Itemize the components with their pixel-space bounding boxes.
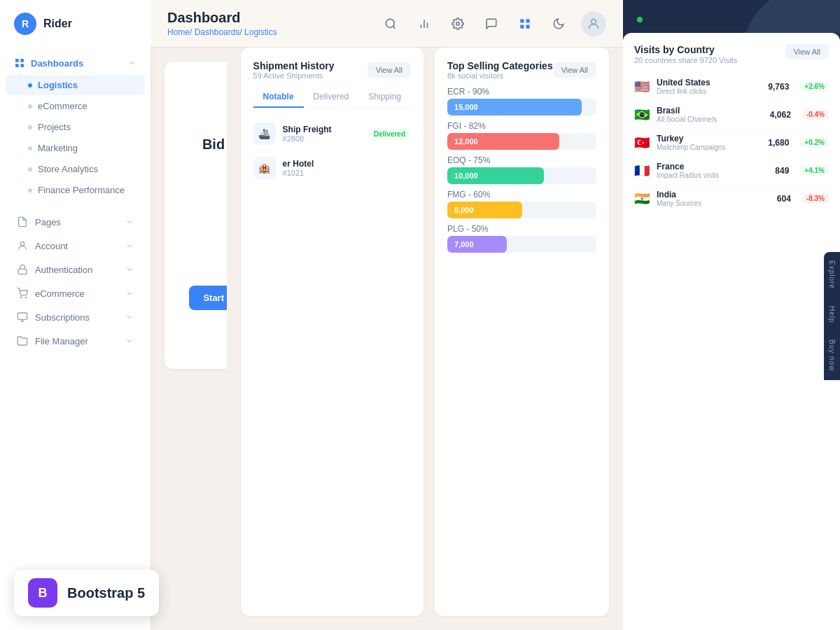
sidebar-item-marketing[interactable]: Marketing bbox=[6, 138, 145, 158]
country-info: Turkey Mailchimp Campaigns bbox=[657, 134, 761, 151]
header: Dashboard Home/ Dashboards/ Logistics bbox=[150, 0, 623, 48]
country-list: 🇺🇸 United States Direct link clicks 9,76… bbox=[634, 73, 829, 213]
shipment-name-2: er Hotel bbox=[283, 159, 314, 169]
right-panel-header bbox=[623, 0, 840, 33]
promo-illustration bbox=[206, 167, 227, 272]
tab-delivered[interactable]: Delivered bbox=[304, 87, 359, 108]
user-avatar[interactable] bbox=[581, 11, 606, 36]
country-value: 604 bbox=[777, 194, 791, 204]
category-row: ECR - 90% 15,000 bbox=[447, 87, 596, 115]
categories-header: Top Selling Categories 8k social visitor… bbox=[447, 60, 596, 80]
country-value: 9,763 bbox=[768, 82, 789, 92]
chevron-down-icon bbox=[125, 218, 134, 226]
sidebar-dashboards-section: Dashboards Logistics eCommerce Projects … bbox=[0, 48, 150, 205]
tab-shipping[interactable]: Shipping bbox=[358, 87, 411, 108]
dashboards-group[interactable]: Dashboards bbox=[0, 52, 150, 74]
country-name: United States bbox=[657, 78, 761, 88]
visits-title: Visits by Country bbox=[634, 44, 737, 55]
bar-container: 10,000 bbox=[447, 167, 596, 184]
visits-subtitle: 20 countries share 9720 Visits bbox=[634, 56, 737, 64]
sidebar-account[interactable]: Account bbox=[3, 234, 148, 257]
grid-icon-btn[interactable] bbox=[514, 13, 536, 35]
pages-icon bbox=[17, 216, 28, 227]
page-title: Dashboard bbox=[167, 10, 277, 26]
sidebar-logo[interactable]: R Rider bbox=[0, 0, 150, 48]
country-info: France Impact Radius visits bbox=[657, 162, 768, 179]
promo-buttons: Start Now Quick Guide bbox=[189, 286, 226, 310]
start-now-button[interactable]: Start Now bbox=[189, 286, 226, 310]
sidebar-item-logistics[interactable]: Logistics bbox=[6, 75, 145, 95]
svg-rect-19 bbox=[526, 24, 530, 28]
sidebar-item-ecommerce[interactable]: eCommerce bbox=[6, 96, 145, 116]
country-source: Impact Radius visits bbox=[657, 172, 768, 179]
country-change: -0.4% bbox=[802, 109, 829, 120]
sidebar-pages[interactable]: Pages bbox=[3, 211, 148, 233]
visits-view-all[interactable]: View All bbox=[785, 44, 829, 59]
country-source: Many Sources bbox=[657, 200, 770, 207]
chevron-down-icon5 bbox=[125, 313, 134, 321]
sidebar-pages-section: Pages Account Authentication eCommerce bbox=[0, 205, 150, 358]
country-flag: 🇮🇳 bbox=[634, 191, 650, 206]
breadcrumb: Home/ Dashboards/ Logistics bbox=[167, 27, 277, 37]
category-bars: ECR - 90% 15,000 FGI - 82% 12,000 EOQ - … bbox=[447, 87, 596, 253]
sidebar-subscriptions[interactable]: Subscriptions bbox=[3, 306, 148, 328]
settings-icon-btn[interactable] bbox=[447, 13, 469, 35]
bar-fill: 7,000 bbox=[447, 236, 507, 253]
svg-point-6 bbox=[20, 297, 21, 298]
sidebar-item-projects[interactable]: Projects bbox=[6, 117, 145, 137]
chart-icon-btn[interactable] bbox=[413, 13, 435, 35]
bar-value: 15,000 bbox=[454, 103, 478, 111]
bootstrap-badge: B Bootstrap 5 bbox=[14, 570, 159, 616]
side-tabs: Explore Help Buy now bbox=[824, 252, 840, 380]
category-row: EOQ - 75% 10,000 bbox=[447, 155, 596, 184]
bar-container: 7,000 bbox=[447, 236, 596, 253]
shipment-tabs: Notable Delivered Shipping bbox=[253, 87, 411, 108]
country-info: United States Direct link clicks bbox=[657, 78, 761, 95]
country-row: 🇫🇷 France Impact Radius visits 849 +4.1% bbox=[634, 157, 829, 185]
chat-icon-btn[interactable] bbox=[480, 13, 503, 35]
bootstrap-icon: B bbox=[28, 578, 57, 608]
settings-icon bbox=[451, 18, 464, 30]
help-tab[interactable]: Help bbox=[824, 298, 840, 332]
svg-point-20 bbox=[592, 19, 596, 24]
country-value: 1,680 bbox=[768, 138, 789, 148]
country-flag: 🇹🇷 bbox=[634, 135, 650, 150]
shipment-item-2: 🏨 er Hotel #1021 bbox=[253, 151, 411, 186]
cat-label: PLG - 50% bbox=[447, 224, 596, 234]
chevron-down-icon4 bbox=[125, 289, 134, 298]
shipment-view-all[interactable]: View All bbox=[368, 62, 411, 78]
account-icon bbox=[17, 240, 28, 251]
header-left: Dashboard Home/ Dashboards/ Logistics bbox=[167, 10, 277, 37]
categories-view-all[interactable]: View All bbox=[553, 62, 596, 78]
buy-now-tab[interactable]: Buy now bbox=[824, 331, 840, 379]
sidebar-filemanager[interactable]: File Manager bbox=[3, 330, 148, 352]
sidebar-item-finance[interactable]: Finance Performance bbox=[6, 180, 145, 200]
country-change: +0.2% bbox=[800, 137, 829, 148]
bar-value: 12,000 bbox=[454, 137, 478, 146]
shipment-name-1: Ship Freight bbox=[283, 125, 332, 134]
cat-label: EOQ - 75% bbox=[447, 155, 596, 165]
moon-icon-btn[interactable] bbox=[547, 13, 570, 35]
svg-rect-5 bbox=[18, 269, 27, 274]
sidebar-authentication[interactable]: Authentication bbox=[3, 258, 148, 281]
sidebar-ecommerce[interactable]: eCommerce bbox=[3, 282, 148, 304]
country-value: 849 bbox=[775, 166, 789, 176]
search-icon bbox=[384, 18, 397, 30]
svg-point-15 bbox=[456, 22, 460, 25]
categories-title: Top Selling Categories bbox=[447, 60, 553, 71]
tab-notable[interactable]: Notable bbox=[253, 87, 304, 108]
country-change: +4.1% bbox=[800, 165, 829, 176]
dashboards-label: Dashboards bbox=[31, 58, 83, 69]
sidebar-item-store-analytics[interactable]: Store Analytics bbox=[6, 159, 145, 179]
bar-container: 12,000 bbox=[447, 133, 596, 150]
search-icon-btn[interactable] bbox=[379, 13, 402, 35]
categories-subtitle: 8k social visitors bbox=[447, 71, 553, 80]
chat-icon bbox=[485, 18, 498, 30]
explore-tab[interactable]: Explore bbox=[824, 252, 840, 298]
shipment-subtitle: 59 Active Shipments bbox=[253, 71, 335, 80]
country-value: 4,062 bbox=[770, 110, 791, 120]
shipment-id-1: #2808 bbox=[283, 134, 332, 143]
shipment-item-1: 🚢 Ship Freight #2808 Delivered bbox=[253, 117, 411, 151]
svg-point-7 bbox=[26, 297, 27, 298]
country-name: Brasil bbox=[657, 106, 763, 115]
